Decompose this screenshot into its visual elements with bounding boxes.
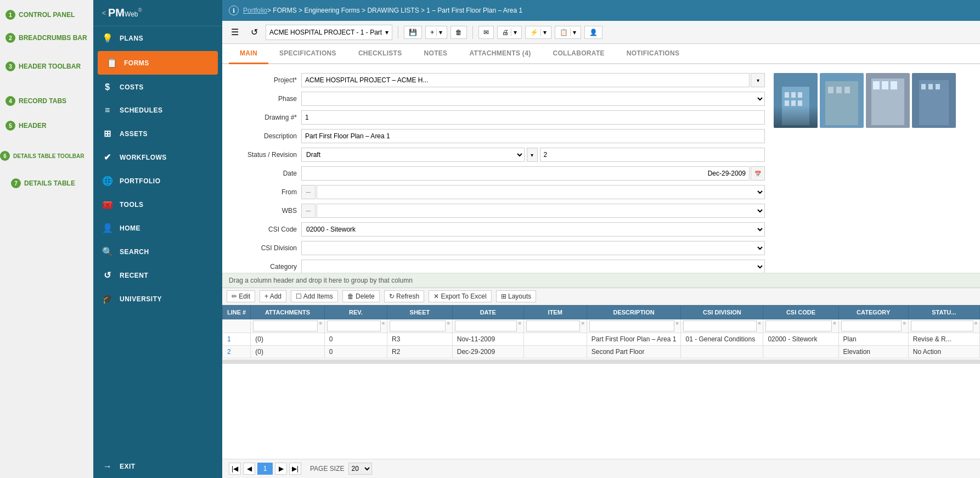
table-row[interactable]: 2 (0) 0 R2 Dec-29-2009 Second Part Floor… (223, 346, 980, 358)
row2-line[interactable]: 2 (223, 346, 251, 358)
table-row[interactable]: 1 (0) 0 R3 Nov-11-2009 Part First Floor … (223, 333, 980, 346)
record-tabs: MAIN SPECIFICATIONS CHECKLISTS NOTES ATT… (222, 44, 980, 64)
info-icon[interactable]: ℹ (229, 5, 239, 15)
filter-csicode-input[interactable] (765, 320, 832, 331)
filter-cat-icon: ≡ (903, 320, 905, 331)
sidebar-item-costs[interactable]: $ COSTS (93, 76, 222, 99)
prev-page-button[interactable]: ◀ (243, 463, 255, 475)
filter-rev-input[interactable] (327, 320, 381, 331)
project-selector[interactable]: ACME HOSPITAL PROJECT - 1 - Part ▾ (266, 25, 392, 40)
print-button[interactable]: 🖨 ▾ (497, 26, 522, 39)
tab-notes[interactable]: NOTES (413, 44, 459, 64)
csi-code-select[interactable]: 02000 - Sitework (301, 222, 765, 237)
row1-item (523, 333, 587, 346)
date-picker-btn[interactable]: 📅 (751, 166, 765, 181)
phase-select[interactable] (301, 92, 765, 106)
sidebar-item-assets[interactable]: ⊞ ASSETS (93, 122, 222, 145)
sidebar-item-search[interactable]: 🔍 SEARCH (93, 240, 222, 263)
row2-rev: 0 (324, 346, 387, 358)
sidebar-logo[interactable]: < PMWeb® (93, 0, 222, 26)
sidebar-item-recent[interactable]: ↺ RECENT (93, 263, 222, 287)
sidebar-item-exit[interactable]: → EXIT (93, 455, 222, 478)
sidebar-item-label: COSTS (120, 83, 144, 91)
sidebar-item-label: SEARCH (120, 248, 149, 256)
save-button[interactable]: 💾 (404, 26, 422, 39)
sidebar-item-portfolio[interactable]: 🌐 PORTFOLIO (93, 169, 222, 193)
filter-attachments-input[interactable] (253, 320, 318, 331)
from-ellipsis[interactable]: ··· (301, 185, 316, 199)
sidebar-item-label: RECENT (120, 272, 148, 279)
description-input[interactable] (301, 129, 765, 143)
annotation-6: 6 (0, 151, 10, 161)
category-select[interactable] (301, 260, 765, 273)
add-detail-button[interactable]: + Add (260, 290, 286, 302)
filter-csi-div: ≡ (681, 319, 763, 333)
page-size-select[interactable]: 20 50 100 (348, 463, 372, 475)
wbs-ellipsis[interactable]: ··· (301, 204, 316, 218)
copy-button[interactable]: 📋 ▾ (555, 26, 581, 39)
sidebar-item-workflows[interactable]: ✔ WORKFLOWS (93, 145, 222, 169)
filter-desc-input[interactable] (589, 320, 674, 331)
add-button[interactable]: + ▾ (425, 26, 447, 39)
email-button[interactable]: ✉ (478, 26, 494, 39)
status-row: Status / Revision Draft ▾ (231, 148, 765, 162)
last-page-button[interactable]: ▶| (289, 463, 301, 475)
add-items-button[interactable]: ☐ Add Items (291, 290, 338, 302)
plans-icon: 💡 (102, 33, 113, 43)
status-dropdown-btn[interactable]: ▾ (527, 148, 538, 162)
csi-division-select[interactable] (301, 241, 765, 255)
col-rev: REV. (324, 306, 387, 319)
tab-checklists[interactable]: CHECKLISTS (347, 44, 413, 64)
drawing-input[interactable] (301, 110, 765, 125)
next-page-button[interactable]: ▶ (275, 463, 287, 475)
filter-item-input[interactable] (526, 320, 581, 331)
annotation-header-toolbar: HEADER TOOLBAR (19, 63, 81, 70)
breadcrumb-bar: ℹ Portfolio > FORMS > Engineering Forms … (222, 0, 980, 21)
sidebar-item-tools[interactable]: 🧰 TOOLS (93, 193, 222, 216)
breadcrumb-link-portfolio[interactable]: Portfolio (243, 7, 267, 14)
wbs-select[interactable] (317, 204, 765, 218)
project-dropdown[interactable]: ▾ (751, 73, 765, 87)
tab-attachments[interactable]: ATTACHMENTS (4) (458, 44, 542, 64)
date-label: Date (231, 170, 297, 177)
row1-sheet: R3 (387, 333, 453, 346)
status-select[interactable]: Draft (301, 148, 525, 162)
sidebar-item-plans[interactable]: 💡 PLANS (93, 26, 222, 50)
project-selector-text: ACME HOSPITAL PROJECT - 1 - Part (269, 29, 382, 36)
history-button[interactable]: ↺ (246, 25, 262, 40)
filter-csidiv-input[interactable] (683, 320, 757, 331)
project-input[interactable] (301, 73, 750, 87)
lightning-button[interactable]: ⚡ ▾ (525, 26, 551, 39)
sidebar-item-home[interactable]: 👤 HOME (93, 216, 222, 240)
sidebar-item-schedules[interactable]: ≡ SCHEDULES (93, 99, 222, 122)
date-input[interactable] (301, 166, 750, 181)
sidebar-item-university[interactable]: 🎓 UNIVERSITY (93, 287, 222, 311)
export-button[interactable]: ✕ Export To Excel (429, 290, 491, 302)
filter-date-input[interactable] (455, 320, 517, 331)
tab-notifications[interactable]: NOTIFICATIONS (616, 44, 690, 64)
tab-specifications[interactable]: SPECIFICATIONS (268, 44, 347, 64)
table-filter-row: ≡ ≡ ≡ ≡ ≡ ≡ ≡ ≡ ≡ ≡ (223, 319, 980, 333)
person-button[interactable]: 👤 (584, 26, 602, 39)
from-select[interactable] (317, 185, 765, 199)
filter-sheet-input[interactable] (390, 320, 446, 331)
filter-cat-input[interactable] (841, 320, 902, 331)
layouts-button[interactable]: ⊞ Layouts (496, 290, 536, 302)
sidebar-item-forms[interactable]: 📋 FORMS (98, 51, 218, 75)
building-image-2 (820, 73, 864, 128)
revision-input[interactable] (540, 148, 765, 162)
refresh-button[interactable]: ↻ Refresh (384, 290, 424, 302)
delete-detail-button[interactable]: 🗑 Delete (342, 290, 380, 302)
tab-collaborate[interactable]: COLLABORATE (542, 44, 615, 64)
filter-status-input[interactable] (911, 320, 973, 331)
delete-button[interactable]: 🗑 (450, 26, 467, 39)
svg-rect-12 (873, 81, 880, 89)
row1-line[interactable]: 1 (223, 333, 251, 346)
menu-button[interactable]: ☰ (227, 25, 243, 40)
wbs-label: WBS (231, 207, 297, 215)
first-page-button[interactable]: |◀ (229, 463, 241, 475)
filter-line (223, 319, 251, 333)
tab-main[interactable]: MAIN (229, 44, 268, 64)
edit-button[interactable]: ✏ Edit (227, 290, 255, 302)
workflows-icon: ✔ (102, 152, 113, 162)
